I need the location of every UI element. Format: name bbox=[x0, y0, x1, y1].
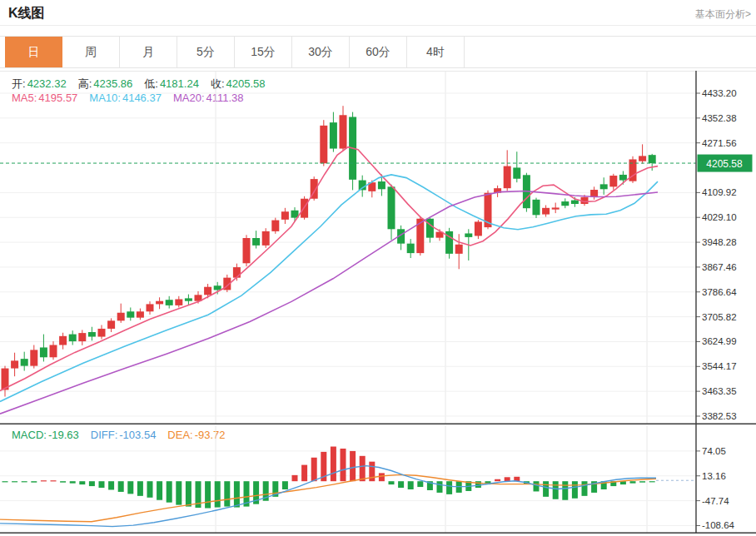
macd-bar bbox=[350, 451, 356, 481]
ma20-line bbox=[0, 191, 658, 414]
macd-bar bbox=[292, 475, 298, 481]
macd-bar bbox=[79, 481, 85, 484]
y-axis-label: 3624.99 bbox=[702, 336, 737, 346]
macd-bar bbox=[379, 473, 385, 481]
candle-body bbox=[107, 320, 115, 329]
macd-bar bbox=[360, 456, 366, 481]
candle-body bbox=[252, 238, 260, 246]
candle-body bbox=[475, 221, 482, 236]
macd-bar bbox=[215, 481, 221, 507]
kline-app: K线图 基本面分析> 日周月5分15分30分60分4时 开:4232.32高:4… bbox=[0, 0, 756, 536]
candle-body bbox=[533, 200, 540, 215]
tab-60分[interactable]: 60分 bbox=[350, 37, 407, 67]
macd-bar bbox=[282, 481, 288, 489]
candle-body bbox=[69, 335, 77, 341]
macd-bar bbox=[234, 481, 240, 507]
macd-bar bbox=[543, 481, 549, 497]
candlestick-chart[interactable]: 4433.204352.384271.564109.924029.103948.… bbox=[0, 71, 756, 424]
candle-body bbox=[127, 311, 134, 317]
y-axis-label: 13.16 bbox=[702, 471, 726, 481]
macd-bar bbox=[331, 447, 336, 482]
macd-bar bbox=[147, 481, 153, 498]
macd-bar bbox=[562, 481, 568, 500]
candle-body bbox=[552, 207, 560, 209]
header-divider bbox=[0, 25, 756, 26]
candle-body bbox=[147, 304, 154, 311]
candle-body bbox=[11, 360, 18, 368]
y-axis-label: 4352.38 bbox=[702, 113, 737, 123]
candle-body bbox=[504, 166, 511, 189]
candle-body bbox=[619, 175, 627, 181]
candle-body bbox=[98, 329, 106, 337]
macd-bar bbox=[398, 481, 404, 488]
macd-bar bbox=[205, 481, 211, 508]
candle-body bbox=[407, 244, 415, 253]
macd-bar bbox=[582, 481, 588, 496]
candle-body bbox=[175, 299, 182, 305]
y-axis-label: 4271.56 bbox=[702, 138, 737, 148]
macd-bar bbox=[505, 477, 510, 481]
candle-body bbox=[378, 181, 385, 189]
macd-bar bbox=[495, 479, 500, 481]
last-price-badge-text: 4205.58 bbox=[706, 158, 743, 170]
y-axis-label: -47.74 bbox=[702, 496, 729, 506]
macd-bar bbox=[51, 480, 57, 481]
tab-月[interactable]: 月 bbox=[120, 37, 177, 67]
macd-bar bbox=[534, 481, 540, 491]
candle-body bbox=[166, 300, 173, 305]
macd-bar bbox=[41, 480, 47, 481]
y-axis-label: 74.05 bbox=[702, 446, 726, 456]
macd-bar bbox=[186, 481, 191, 506]
candle-body bbox=[561, 201, 569, 206]
fundamental-analysis-link[interactable]: 基本面分析> bbox=[695, 7, 751, 22]
tab-15分[interactable]: 15分 bbox=[235, 37, 292, 67]
candle-body bbox=[262, 231, 270, 246]
candle-body bbox=[340, 115, 347, 148]
candle-body bbox=[117, 313, 125, 321]
y-axis-label: -108.64 bbox=[702, 520, 735, 530]
macd-bar bbox=[176, 481, 182, 504]
macd-bar bbox=[341, 449, 346, 481]
macd-bar bbox=[630, 481, 636, 483]
macd-bar bbox=[108, 481, 114, 489]
candle-body bbox=[50, 345, 57, 358]
macd-bar bbox=[572, 481, 578, 499]
y-axis-label: 4433.20 bbox=[702, 88, 737, 98]
tab-5分[interactable]: 5分 bbox=[177, 37, 235, 67]
candle-body bbox=[571, 201, 579, 204]
candle-body bbox=[78, 333, 86, 341]
tab-周[interactable]: 周 bbox=[62, 37, 120, 67]
macd-bar bbox=[639, 481, 645, 482]
y-axis-label: 4029.10 bbox=[702, 212, 737, 222]
macd-bar bbox=[99, 481, 105, 488]
macd-chart[interactable]: 74.0513.16-47.74-108.64 bbox=[0, 424, 756, 536]
candle-body bbox=[600, 184, 608, 189]
candle-body bbox=[281, 211, 289, 220]
candle-body bbox=[204, 287, 211, 295]
candle-body bbox=[156, 301, 163, 305]
y-axis-label: 3382.53 bbox=[702, 411, 737, 421]
macd-bar bbox=[127, 481, 133, 494]
candle-body bbox=[649, 155, 656, 163]
period-tab-bar: 日周月5分15分30分60分4时 bbox=[0, 36, 756, 68]
candle-body bbox=[137, 311, 144, 317]
macd-bar bbox=[31, 481, 37, 482]
tab-4时[interactable]: 4时 bbox=[407, 37, 465, 67]
y-axis-label: 3948.28 bbox=[702, 237, 737, 247]
macd-bar bbox=[60, 481, 66, 482]
tab-日[interactable]: 日 bbox=[5, 37, 62, 67]
candle-body bbox=[243, 238, 251, 263]
candle-body bbox=[426, 219, 434, 238]
candle-body bbox=[271, 221, 279, 231]
candle-body bbox=[513, 167, 520, 178]
macd-histogram bbox=[2, 447, 655, 509]
macd-bar bbox=[311, 458, 317, 481]
y-axis-label: 4109.92 bbox=[702, 187, 737, 197]
y-axis-label: 3705.82 bbox=[702, 312, 737, 322]
candles-group bbox=[2, 106, 656, 396]
candle-body bbox=[609, 176, 617, 186]
candle-body bbox=[330, 122, 337, 148]
tab-30分[interactable]: 30分 bbox=[292, 37, 350, 67]
candle-body bbox=[30, 350, 37, 365]
y-axis-label: 3786.64 bbox=[702, 287, 737, 297]
